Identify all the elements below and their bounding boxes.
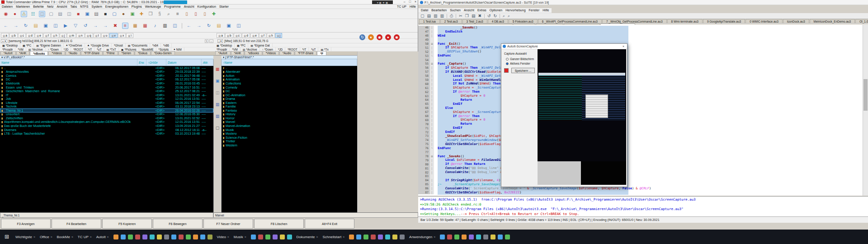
table-row[interactable]: ▮Animation — [222, 78, 357, 82]
cut-icon[interactable]: ✂ — [459, 14, 462, 18]
scite-menu-item[interactable]: Extras — [477, 9, 486, 12]
floppy-icon[interactable]: ▥ — [215, 102, 220, 107]
clip1-icon[interactable]: ▯ — [184, 11, 190, 17]
dir-button[interactable]: ▲*Google Drive — [85, 43, 112, 47]
fold-margin[interactable] — [430, 150, 434, 155]
fold-margin[interactable] — [430, 38, 434, 42]
drive-button-v[interactable]: ▥v — [109, 33, 117, 38]
sync-icon[interactable]: ↻ — [359, 34, 365, 40]
taskbar-app-icon[interactable] — [400, 235, 405, 239]
layout-3-icon[interactable]: ▤ — [57, 11, 63, 17]
column-header-Attr[interactable]: Attr. — [202, 59, 213, 66]
drive-button-a[interactable]: ▥a — [1, 33, 9, 38]
dir-button[interactable]: *Ghost — [112, 43, 126, 47]
scite-menu-item[interactable]: Datei — [421, 9, 428, 12]
taskbar-toolbar-label[interactable]: Wichtigste» — [15, 235, 35, 239]
taskbar-app-icon[interactable] — [349, 235, 354, 239]
editor-scrollbar[interactable] — [863, 25, 868, 196]
drive-button-m[interactable]: ▥m — [67, 33, 76, 38]
table-row[interactable]: ▮_Thema_Nr.1<DIR>26.04.2016 02:26---- — [0, 108, 213, 113]
dir-button[interactable]: ▦*Desktop — [0, 43, 20, 47]
tc-menu-item[interactable]: Konfiguration — [198, 5, 216, 8]
tc-menu-item[interactable]: System — [91, 5, 102, 8]
left-folder-tab[interactable]: *AutoIt — [0, 51, 16, 55]
fold-margin[interactable]: │ — [430, 70, 434, 74]
edit-icon[interactable]: ▣ — [42, 23, 49, 29]
fold-margin[interactable]: ⊟ — [430, 155, 434, 159]
left-folder-tab[interactable]: *Audio — [66, 51, 80, 55]
table-row[interactable]: ▮_Comics<DIR>20.11.2017 06:48---- — [0, 74, 213, 78]
list-icon[interactable]: ≡ — [175, 11, 181, 17]
screen2-icon[interactable]: ◫ — [172, 23, 178, 29]
taskbar-app-icon[interactable] — [258, 235, 263, 239]
taskbar-app-icon[interactable] — [287, 235, 292, 239]
fold-margin[interactable]: │ — [430, 122, 434, 126]
taskbar-toolbar-label[interactable]: AutoIt» — [96, 235, 109, 239]
table-row[interactable]: ▮Science-Fiction — [222, 136, 357, 140]
left-column-header[interactable]: NameErw.↑GrößeDatumAttr. — [0, 59, 213, 66]
fold-margin[interactable]: │ — [430, 183, 434, 187]
drive-button-f[interactable]: ▥f — [259, 33, 266, 38]
function-key-button[interactable]: F8 Löschen — [254, 219, 304, 229]
drive-button-c[interactable]: ▥c — [18, 33, 26, 38]
dir-button[interactable]: *x86 — [161, 43, 172, 47]
window2-icon[interactable]: ◫ — [236, 23, 242, 29]
colors-icon[interactable]: ▦ — [215, 66, 220, 72]
new-icon[interactable]: ▢ — [420, 14, 425, 18]
function-key-button[interactable]: F6 Bewegen — [153, 219, 203, 229]
function-key-button[interactable]: F3 Anzeigen — [1, 219, 51, 229]
calendar-icon[interactable]: ▦ — [142, 23, 148, 29]
fold-margin[interactable]: │ — [430, 26, 434, 30]
swap-icon[interactable]: ↺ — [82, 23, 89, 29]
radio-fullscreen[interactable]: Ganzer Bildschirm — [506, 57, 534, 61]
fold-margin[interactable]: │ — [430, 134, 434, 138]
left-path-bar[interactable]: ▾v:\F\_eBooks\*.* — [0, 56, 213, 59]
tc-menu-item[interactable]: Starter — [219, 5, 229, 8]
table-row[interactable]: ▮Collections — [222, 81, 357, 85]
table-row[interactable]: ▮Diverses<DIR>08.12.2012 16:11-a-- — [0, 128, 213, 132]
scite-tab[interactable]: 7 _WmiObj_GetProcessCommandLine.au3 — [602, 19, 667, 23]
shutdown-icon[interactable]: ◉ — [377, 34, 382, 40]
drive-button-e[interactable]: ▥e — [35, 33, 43, 38]
taskbar-app-icon[interactable] — [491, 235, 495, 239]
clip2-icon[interactable]: ▯ — [193, 11, 199, 17]
drive-icon[interactable]: ▥ — [162, 23, 168, 29]
scite-tab[interactable]: 4 DB.au3 — [488, 19, 508, 23]
goto2-icon[interactable]: → — [102, 23, 108, 29]
right-folder-tab[interactable]: *Audio — [279, 51, 294, 55]
drive-button-t[interactable]: ▥t — [94, 33, 101, 38]
scite-tab[interactable]: 6 _WinAPI_GetProcessCommandLine.au3 — [538, 19, 602, 23]
save-all-icon[interactable]: ▥ — [440, 14, 444, 18]
table-row[interactable]: ▮_Unsortiert<DIR>12.06.2016 05:30---- — [0, 113, 213, 117]
clip3-icon[interactable]: ▯ — [202, 11, 208, 17]
fold-margin[interactable]: │ — [430, 130, 434, 134]
radio-active-window[interactable]: Aktives Fenster — [506, 62, 530, 65]
taskbar-app-icon[interactable] — [157, 235, 162, 239]
fold-margin[interactable] — [430, 58, 434, 62]
tc-window-buttons[interactable]: –□× — [404, 0, 416, 3]
scite-menu-item[interactable]: Ansicht — [464, 9, 474, 12]
scite-tab[interactable]: 9 GoogleApiTranslate.au3 — [703, 19, 745, 23]
fold-margin[interactable]: │ — [430, 118, 434, 122]
taskbar-app-icon[interactable] — [454, 235, 459, 239]
table-row[interactable]: ▮_Anspruchsvolles<DIR>29.03.2018 22:39--… — [0, 70, 213, 74]
copy-icon[interactable]: ❐ — [465, 14, 469, 18]
table-row[interactable]: ▮Das große Buch der Musterbriefe<DIR>13.… — [0, 124, 213, 128]
table-row[interactable]: ▮LTB - Lustige Taschenbücher<DIR>03.10.2… — [0, 131, 213, 136]
fold-margin[interactable]: │ — [430, 158, 434, 162]
scite-menu-item[interactable]: Optionen — [490, 9, 502, 12]
table-row[interactable]: ▮_Elektronik<DIR>28.01.2016 03:45---- — [0, 81, 213, 85]
left-folder-tab[interactable]: *Serien — [118, 51, 134, 55]
drive-button-f[interactable]: ▥f — [43, 33, 51, 38]
left-root-button[interactable]: \ — [205, 39, 208, 43]
music-icon[interactable]: ♪ — [152, 23, 158, 29]
taskbar-toolbar-label[interactable]: Musik» — [234, 235, 246, 239]
taskbar-app-icon[interactable] — [273, 235, 278, 239]
back2-icon[interactable]: ← — [186, 23, 192, 29]
fold-margin[interactable]: │ — [430, 82, 434, 86]
right-folder-tab[interactable]: *FTP-Share — [295, 51, 316, 55]
left-drive-combo[interactable]: v▾ — [1, 39, 7, 43]
tc-menu-item[interactable]: Befehle — [33, 5, 44, 8]
redo-icon[interactable]: ↻ — [494, 14, 497, 18]
dialog-titlebar[interactable]: AutoIt-ScreenCapture × — [501, 44, 627, 49]
